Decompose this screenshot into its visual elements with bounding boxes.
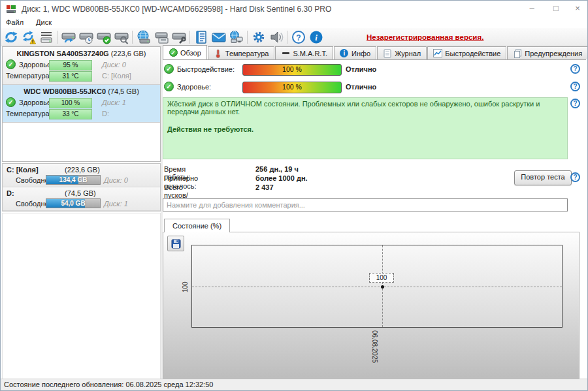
performance-bar: 100 % xyxy=(242,64,342,76)
tab-temperature[interactable]: Температура xyxy=(208,46,275,59)
partition-entry-d[interactable]: D: (74,5 GB) Свободно 54,0 GB Диск: 1 xyxy=(3,187,160,211)
help-icon[interactable]: ? xyxy=(289,29,307,45)
pages-icon xyxy=(513,49,522,58)
partition-size: (74,5 GB) xyxy=(65,189,96,197)
help-icon[interactable] xyxy=(570,99,580,108)
toolbar: ? i Незарегистрированная версия. xyxy=(1,28,587,46)
performance-status: Отлично xyxy=(346,65,376,73)
free-label: Свободно xyxy=(16,176,49,184)
ok-check-icon xyxy=(164,82,174,91)
performance-label: Быстродействие: xyxy=(177,65,235,73)
tab-label: Температура xyxy=(225,50,269,57)
disk-index: Диск: 1 xyxy=(104,200,128,208)
disk-search-icon[interactable] xyxy=(112,29,130,45)
floppy-icon xyxy=(171,239,181,249)
tab-label: Предупреждения xyxy=(525,50,582,57)
temperature-bar: 33 °C xyxy=(49,109,92,119)
health-row: Здоровье: 100 % Отлично xyxy=(163,82,587,93)
menu-bar: Файл Диск xyxy=(1,18,587,28)
disk-name: WDC WD800BB-55JKC0 xyxy=(24,87,106,95)
disk-box-icon[interactable] xyxy=(152,29,170,45)
health-row: Здоровье: 100 % Диск: 1 xyxy=(3,98,160,108)
comment-input[interactable] xyxy=(163,198,568,211)
unregistered-version-link[interactable]: Незарегистрированная версия. xyxy=(367,33,483,41)
free-label: Свободно xyxy=(16,200,49,208)
status-chart-panel: Состояние (%) 100 100 06.08.2025 xyxy=(163,219,580,379)
report-icon[interactable] xyxy=(192,29,210,45)
smart-icon xyxy=(281,49,290,58)
globe-disk-icon[interactable] xyxy=(135,29,152,45)
temperature-bar: 31 °C xyxy=(49,71,92,82)
minimize-button[interactable]: – xyxy=(521,1,543,18)
free-space-value: 134,4 GB xyxy=(46,176,100,184)
help-icon[interactable] xyxy=(570,64,580,74)
help-icon[interactable] xyxy=(570,172,580,182)
menu-file[interactable]: Файл xyxy=(1,18,29,27)
status-bar: Состояние последнего обновления: 06.08.2… xyxy=(1,379,587,390)
disk-list: KINGSTON SA400S37240G (223,6 GB) Здоровь… xyxy=(2,46,161,162)
free-space-bar: 134,4 GB xyxy=(46,175,101,185)
disk-index: Диск: 0 xyxy=(102,61,126,69)
disk-undo-icon[interactable] xyxy=(59,29,77,45)
disk-entry-wdc[interactable]: WDC WD800BB-55JKC0 (74,5 GB) Здоровье: 1… xyxy=(3,85,160,123)
x-axis-date-label: 06.08.2025 xyxy=(371,330,378,363)
temperature-label: Температура: xyxy=(6,110,52,117)
chart-icon xyxy=(433,49,442,58)
tab-overview[interactable]: Обзор xyxy=(163,45,207,59)
temperature-row: Температура: 31 °C C: [Коля] xyxy=(3,71,160,81)
mail-icon[interactable] xyxy=(210,29,227,45)
partition-entry-c[interactable]: C: [Коля] (223,6 GB) Свободно 134,4 GB Д… xyxy=(3,164,160,187)
disk-entry-kingston[interactable]: KINGSTON SA400S37240G (223,6 GB) Здоровь… xyxy=(3,47,160,85)
tab-smart[interactable]: S.M.A.R.T. xyxy=(275,46,333,59)
info-icon[interactable]: i xyxy=(307,29,325,45)
help-icon[interactable] xyxy=(570,82,580,91)
refresh-icon[interactable] xyxy=(2,29,20,45)
tab-bar: Обзор Температура S.M.A.R.T. Инфо Журнал xyxy=(163,46,586,60)
disk-index: Диск: 0 xyxy=(104,176,128,184)
temperature-row: Температура: 33 °C D: xyxy=(3,109,160,119)
disk-tools-icon[interactable] xyxy=(170,29,188,45)
temperature-label: Температура: xyxy=(6,72,52,80)
hard-disk-sentinel-window: Диск: 1, WDC WD800BB-55JKC0 [WD-WCAMD662… xyxy=(0,0,588,391)
status-text: Состояние последнего обновления: 06.08.2… xyxy=(4,381,213,388)
disk-clock-icon[interactable] xyxy=(77,29,95,45)
settings-gear-icon[interactable] xyxy=(250,29,267,45)
volume-letter: D: xyxy=(102,110,109,117)
disk-accept-icon[interactable] xyxy=(95,29,112,45)
tab-info[interactable]: Инфо xyxy=(334,46,376,59)
sound-icon[interactable] xyxy=(267,29,285,45)
sidebar-empty-area xyxy=(2,213,161,379)
health-status: Отлично xyxy=(346,83,376,91)
save-chart-button[interactable] xyxy=(167,236,184,251)
disk-header: KINGSTON SA400S37240G (223,6 GB) xyxy=(3,50,160,57)
svg-text:i: i xyxy=(315,33,318,42)
check-icon xyxy=(169,48,178,57)
disk-size: (74,5 GB) xyxy=(108,87,139,95)
refresh-warning-icon[interactable] xyxy=(20,29,37,45)
toolbar-separator xyxy=(57,31,57,44)
retest-button[interactable]: Повтор теста xyxy=(514,170,572,185)
partition-size: (223,6 GB) xyxy=(65,166,100,174)
app-icon xyxy=(6,4,16,14)
close-button[interactable]: × xyxy=(566,1,588,18)
details-view-icon[interactable] xyxy=(37,29,55,45)
health-bar: 100 % xyxy=(49,98,92,108)
title-bar: Диск: 1, WDC WD800BB-55JKC0 [WD-WCAMD662… xyxy=(1,1,587,18)
svg-text:?: ? xyxy=(296,33,301,42)
disk-size: (223,6 GB) xyxy=(111,50,146,57)
tab-alerts[interactable]: Предупреждения xyxy=(507,46,588,59)
chart-area: 100 100 06.08.2025 xyxy=(163,232,580,379)
tab-log[interactable]: Журнал xyxy=(377,46,427,59)
tab-label: Инфо xyxy=(351,50,370,57)
chart-tab-status[interactable]: Состояние (%) xyxy=(164,219,230,232)
maximize-button[interactable]: □ xyxy=(545,1,567,18)
partition-name: D: xyxy=(7,189,14,197)
partition-list: C: [Коля] (223,6 GB) Свободно 134,4 GB Д… xyxy=(2,163,161,211)
toolbar-separator xyxy=(132,31,133,44)
health-bar: 95 % xyxy=(49,60,92,70)
menu-disk[interactable]: Диск xyxy=(31,18,57,27)
tab-performance[interactable]: Быстродействие xyxy=(427,46,506,59)
network-icon[interactable] xyxy=(227,29,245,45)
health-row: Здоровье: 95 % Диск: 0 xyxy=(3,60,160,70)
thermometer-icon xyxy=(214,49,223,58)
